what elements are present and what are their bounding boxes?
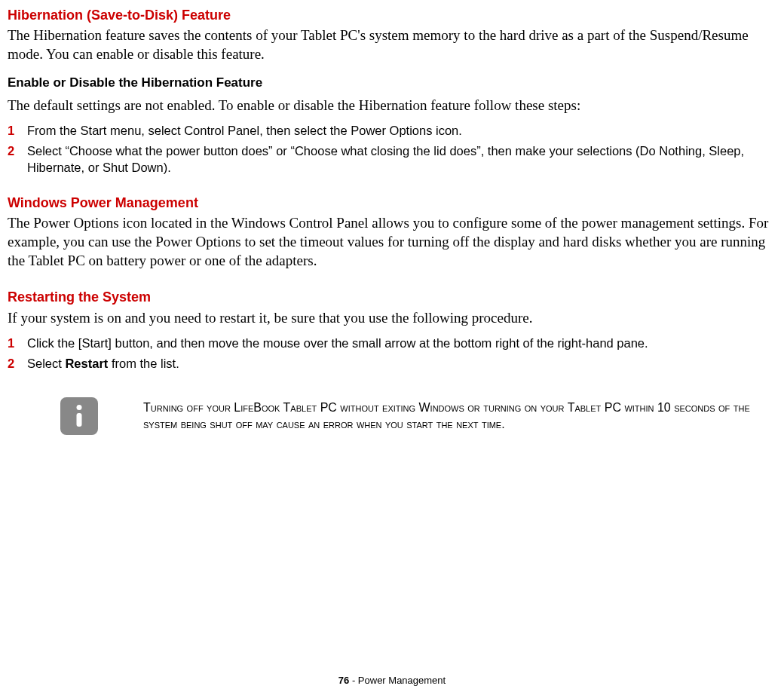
info-note-text: Turning off your LifeBook Tablet PC with… — [143, 400, 775, 432]
list-item: 2 Select Restart from the list. — [8, 355, 775, 372]
info-note-box: Turning off your LifeBook Tablet PC with… — [60, 397, 775, 435]
step-number: 1 — [8, 335, 27, 351]
list-item: 1 From the Start menu, select Control Pa… — [8, 122, 775, 139]
step-number: 2 — [8, 142, 27, 159]
info-icon — [60, 397, 98, 435]
heading-power-management: Windows Power Management — [8, 194, 775, 212]
step-number: 1 — [8, 122, 27, 139]
heading-hibernation: Hibernation (Save-to-Disk) Feature — [8, 6, 775, 24]
list-item: 2 Select “Choose what the power button d… — [8, 142, 775, 176]
step-text: Click the [Start] button, and then move … — [27, 335, 775, 351]
para-enable-disable-intro: The default settings are not enabled. To… — [8, 96, 775, 115]
step-text: Select Restart from the list. — [27, 355, 775, 372]
heading-enable-disable: Enable or Disable the Hibernation Featur… — [8, 75, 775, 92]
page-footer: 76 - Power Management — [0, 674, 784, 687]
heading-restart: Restarting the System — [8, 288, 775, 306]
para-restart-intro: If your system is on and you need to res… — [8, 309, 775, 328]
para-hibernation-intro: The Hibernation feature saves the conten… — [8, 26, 775, 63]
page-number: 76 — [338, 675, 349, 686]
step-number: 2 — [8, 355, 27, 372]
footer-separator: - — [349, 675, 358, 686]
step-text: From the Start menu, select Control Pane… — [27, 122, 775, 139]
footer-label: Power Management — [358, 675, 446, 686]
list-restart-steps: 1 Click the [Start] button, and then mov… — [8, 335, 775, 372]
para-power-intro: The Power Options icon located in the Wi… — [8, 214, 775, 270]
list-item: 1 Click the [Start] button, and then mov… — [8, 335, 775, 351]
step-text: Select “Choose what the power button doe… — [27, 142, 775, 176]
list-hibernation-steps: 1 From the Start menu, select Control Pa… — [8, 122, 775, 176]
